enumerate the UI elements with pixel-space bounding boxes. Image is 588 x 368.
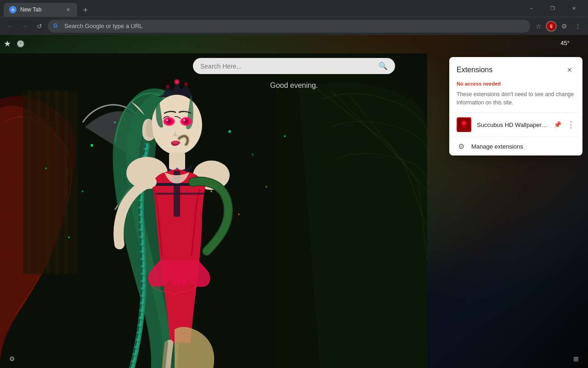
search-overlay: 🔍 Good evening. — [193, 58, 395, 90]
maximize-button[interactable]: ❐ — [542, 1, 563, 16]
address-text: Search Google or type a URL — [64, 23, 525, 29]
active-tab[interactable]: G New Tab ✕ — [4, 3, 77, 17]
puzzle-icon: ⚙ — [561, 23, 567, 30]
bookmark-star-button[interactable]: ★ — [4, 39, 11, 49]
star-icon: ☆ — [536, 23, 542, 30]
popup-description: These extensions don't need to see and c… — [449, 90, 582, 112]
bottom-bar: ⚙ ⊞ — [0, 350, 588, 368]
back-icon: ← — [7, 23, 13, 30]
back-button[interactable]: ← — [4, 20, 17, 33]
main-content: ★ 🕐 🔍 Good evening. 45° Extensions ✕ No … — [0, 35, 588, 368]
settings-icon: ⚙ — [9, 355, 15, 362]
chrome-window: G New Tab ✕ + − ❐ ✕ ← → ↺ G Search Googl… — [0, 0, 588, 368]
extensions-button[interactable]: ⚙ — [558, 20, 571, 33]
menu-dots-icon: ⋮ — [575, 23, 581, 30]
close-button[interactable]: ✕ — [563, 1, 584, 16]
time-display: 45° — [560, 40, 570, 46]
tab-close-button[interactable]: ✕ — [64, 6, 72, 13]
new-tab-search-input[interactable] — [200, 63, 375, 70]
popup-header: Extensions ✕ — [449, 57, 582, 79]
extension-icon — [457, 117, 471, 132]
minimize-button[interactable]: − — [521, 1, 542, 16]
search-box: 🔍 — [193, 58, 395, 74]
toolbar-right: ☆ S ⚙ ⋮ — [532, 20, 584, 33]
google-logo: G — [53, 23, 61, 30]
apps-icon: ⊞ — [573, 355, 579, 362]
forward-icon: → — [22, 23, 28, 30]
popup-title: Extensions — [457, 66, 492, 74]
popup-desc-text: These extensions don't need to see and c… — [457, 91, 574, 106]
forward-button[interactable]: → — [18, 20, 31, 33]
new-tab-button[interactable]: + — [79, 4, 92, 17]
bookmark-button[interactable]: ☆ — [532, 20, 545, 33]
tab-strip: G New Tab ✕ + — [4, 0, 521, 17]
succubus-icon: S — [547, 22, 556, 31]
bottom-left: ⚙ — [6, 352, 18, 365]
temperature-value: 45° — [560, 40, 570, 46]
extension-name: Succubus HD Wallpapers New... — [477, 121, 548, 128]
svg-point-50 — [463, 122, 465, 125]
apps-bottom-button[interactable]: ⊞ — [570, 352, 582, 365]
manage-extensions-row[interactable]: ⚙ Manage extensions — [449, 137, 582, 155]
refresh-button[interactable]: ↺ — [33, 20, 46, 33]
extension-more-button[interactable]: ⋮ — [567, 121, 575, 129]
chrome-menu-button[interactable]: ⋮ — [571, 20, 584, 33]
address-bar[interactable]: G Search Google or type a URL — [48, 20, 530, 33]
popup-close-button[interactable]: ✕ — [564, 64, 575, 75]
gear-icon: ⚙ — [457, 142, 466, 151]
tab-title: New Tab — [20, 6, 61, 13]
svg-text:S: S — [550, 25, 553, 29]
top-bar-left: ★ 🕐 — [4, 39, 24, 49]
ext-succubus-icon — [458, 118, 470, 131]
bottom-right: ⊞ — [570, 352, 582, 365]
refresh-icon: ↺ — [37, 23, 42, 30]
history-button[interactable]: 🕐 — [17, 40, 24, 47]
search-submit-button[interactable]: 🔍 — [379, 62, 388, 70]
extension-item-succubus[interactable]: Succubus HD Wallpapers New... 📌 ⋮ — [449, 113, 582, 137]
nav-bar: ← → ↺ G Search Google or type a URL ☆ S — [0, 17, 588, 35]
pin-icon[interactable]: 📌 — [554, 121, 561, 128]
extensions-popup: Extensions ✕ No access needed These exte… — [449, 57, 582, 155]
popup-section-title: No access needed — [449, 79, 582, 90]
title-bar: G New Tab ✕ + − ❐ ✕ — [0, 0, 588, 17]
settings-bottom-button[interactable]: ⚙ — [6, 352, 18, 365]
manage-extensions-label: Manage extensions — [471, 143, 523, 150]
window-controls: − ❐ ✕ — [521, 1, 584, 16]
greeting-text: Good evening. — [270, 81, 318, 90]
clock-icon: 🕐 — [17, 40, 24, 47]
tab-favicon: G — [9, 6, 17, 13]
extension-avatar-button[interactable]: S — [546, 21, 557, 32]
